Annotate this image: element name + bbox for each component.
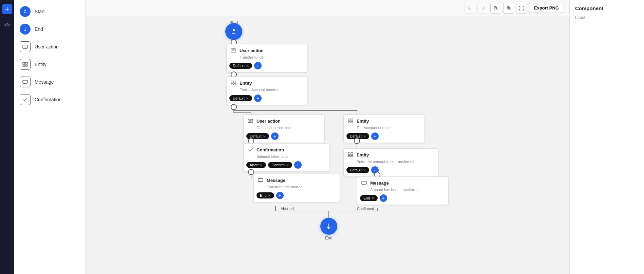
redo-button[interactable] bbox=[477, 3, 488, 14]
tag-add-msg2[interactable]: + bbox=[380, 194, 387, 202]
svg-rect-8 bbox=[25, 62, 27, 64]
sidebar-item-message[interactable]: Message bbox=[14, 73, 85, 91]
component-title: Component bbox=[575, 5, 639, 11]
svg-rect-51 bbox=[348, 122, 350, 123]
undo-button[interactable] bbox=[465, 3, 475, 14]
svg-rect-4 bbox=[23, 45, 27, 48]
svg-rect-11 bbox=[23, 80, 27, 83]
node-title-conf1: Confirmation bbox=[257, 147, 284, 152]
svg-rect-7 bbox=[23, 62, 25, 64]
node-title-entity1: Entity bbox=[240, 81, 252, 86]
end-label: End bbox=[325, 236, 332, 240]
right-panel: Component Label bbox=[569, 0, 644, 274]
sidebar-item-entity[interactable]: Entity bbox=[14, 56, 85, 73]
svg-rect-52 bbox=[351, 122, 353, 123]
svg-text:Aborted: Aborted bbox=[281, 207, 294, 211]
tag-add-entity1[interactable]: + bbox=[254, 94, 262, 102]
node-message-1[interactable]: Message Transfer fund aborted End ✕ + bbox=[253, 174, 340, 202]
node-confirmation-1[interactable]: Confirmation Balance information Abort ✕… bbox=[243, 143, 330, 172]
tag-add-e2[interactable]: + bbox=[371, 132, 379, 140]
toolbar: Export PNG bbox=[86, 0, 569, 16]
svg-rect-49 bbox=[348, 119, 350, 121]
node-subtitle-e3: Enter the amount to be transferred bbox=[344, 160, 438, 166]
svg-rect-10 bbox=[25, 65, 27, 66]
tag-end-msg1[interactable]: End ✕ bbox=[257, 192, 274, 198]
tag-add-conf1[interactable]: + bbox=[294, 161, 302, 169]
node-title: User action bbox=[240, 48, 264, 53]
svg-rect-42 bbox=[231, 81, 233, 83]
sidebar-label-start: Start bbox=[35, 9, 45, 14]
tag-end-msg2[interactable]: End ✕ bbox=[360, 195, 378, 201]
start-node[interactable] bbox=[225, 23, 242, 40]
canvas[interactable]: Aborted Confirmed Start User action Tra bbox=[86, 16, 569, 274]
sidebar-label-user-action: User action bbox=[35, 44, 59, 49]
node-title-e2: Entity bbox=[357, 119, 369, 124]
tag-add-ua2[interactable]: + bbox=[271, 132, 279, 140]
svg-rect-57 bbox=[258, 178, 263, 182]
node-title-ua2: User action bbox=[257, 119, 281, 124]
svg-line-16 bbox=[509, 9, 511, 10]
svg-rect-58 bbox=[362, 181, 366, 184]
tag-default[interactable]: Default ✕ bbox=[229, 63, 252, 69]
sidebar-item-end[interactable]: End bbox=[14, 20, 85, 38]
node-subtitle-ua2: Get account balance bbox=[244, 126, 324, 132]
node-title-msg1: Message bbox=[267, 178, 285, 183]
tag-abort[interactable]: Abort ✕ bbox=[246, 162, 266, 168]
canvas-area: Export PNG bbox=[86, 0, 569, 274]
svg-rect-54 bbox=[351, 153, 353, 155]
node-user-action-1[interactable]: User action Transfer funds Default ✕ + bbox=[226, 44, 308, 72]
sidebar-label-entity: Entity bbox=[35, 62, 46, 67]
node-subtitle-msg2: Amount has been transferred bbox=[357, 188, 448, 194]
code-icon[interactable] bbox=[2, 20, 12, 30]
sidebar-label-end: End bbox=[35, 26, 43, 32]
connector-conf1-out bbox=[248, 169, 254, 175]
svg-rect-44 bbox=[231, 84, 233, 85]
tag-default-e3[interactable]: Default ✕ bbox=[346, 167, 369, 173]
node-entity-1[interactable]: Entity From - Account number Default ✕ + bbox=[226, 77, 308, 105]
node-subtitle-entity1: From - Account number bbox=[227, 88, 307, 94]
node-tags: Default ✕ + bbox=[227, 62, 307, 72]
node-subtitle-e2: To - Account number bbox=[344, 126, 424, 132]
add-icon[interactable] bbox=[2, 4, 12, 14]
sidebar-item-confirmation[interactable]: Confirmation bbox=[14, 91, 85, 108]
zoom-in-button[interactable] bbox=[503, 3, 514, 14]
node-subtitle-msg1: Transfer fund aborted bbox=[254, 185, 340, 192]
tag-add-button[interactable]: + bbox=[254, 62, 262, 69]
svg-rect-39 bbox=[231, 49, 236, 52]
icon-bar bbox=[0, 0, 14, 274]
node-subtitle: Transfer funds bbox=[227, 55, 307, 62]
node-user-action-2[interactable]: User action Get account balance Default … bbox=[243, 114, 325, 143]
tag-add-msg1[interactable]: + bbox=[276, 192, 284, 199]
node-subtitle-conf1: Balance information bbox=[244, 154, 329, 161]
tag-default-entity1[interactable]: Default ✕ bbox=[229, 95, 252, 101]
tag-confirm[interactable]: Confirm ✕ bbox=[268, 162, 292, 168]
svg-rect-53 bbox=[348, 153, 350, 155]
node-entity-3[interactable]: Entity Enter the amount to be transferre… bbox=[343, 148, 438, 177]
sidebar-item-start[interactable]: Start bbox=[14, 3, 85, 20]
node-header: User action bbox=[227, 44, 307, 55]
end-icon bbox=[20, 24, 31, 35]
start-icon bbox=[20, 6, 31, 17]
svg-point-3 bbox=[24, 10, 26, 11]
component-label: Label bbox=[575, 15, 639, 20]
node-message-2[interactable]: Message Amount has been transferred End … bbox=[357, 176, 449, 205]
svg-rect-46 bbox=[248, 119, 253, 123]
svg-rect-56 bbox=[351, 155, 353, 157]
sidebar-item-user-action[interactable]: User action bbox=[14, 38, 85, 56]
sidebar-label-confirmation: Confirmation bbox=[35, 97, 61, 102]
node-title-e3: Entity bbox=[357, 152, 369, 157]
svg-rect-9 bbox=[23, 65, 25, 66]
zoom-out-button[interactable] bbox=[490, 3, 501, 14]
confirmation-icon bbox=[20, 94, 31, 105]
node-type-icon bbox=[230, 47, 237, 54]
connector-e1-out bbox=[231, 104, 237, 110]
end-node[interactable] bbox=[320, 218, 337, 235]
svg-line-2 bbox=[7, 23, 7, 26]
svg-rect-50 bbox=[351, 119, 353, 121]
entity-icon bbox=[20, 59, 31, 70]
svg-rect-45 bbox=[234, 84, 236, 85]
export-png-button[interactable]: Export PNG bbox=[529, 3, 564, 13]
message-icon bbox=[20, 77, 31, 87]
fit-button[interactable] bbox=[516, 3, 527, 14]
node-title-msg2: Message bbox=[370, 181, 389, 186]
